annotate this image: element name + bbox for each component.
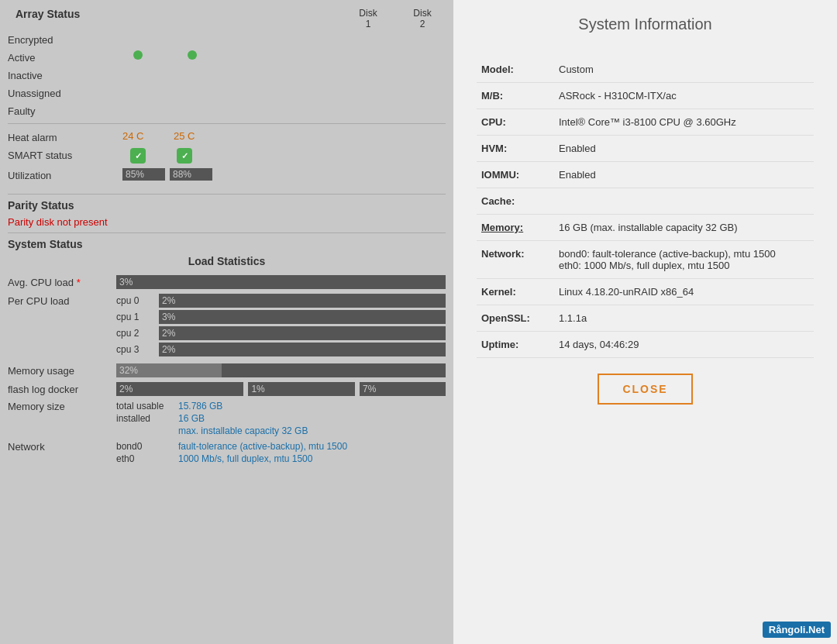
- cpu3-bar-row: cpu 3 2%: [116, 343, 446, 356]
- cpu0-bar-row: cpu 0 2%: [116, 294, 446, 308]
- encrypted-label: Encrypted: [8, 33, 116, 46]
- memory-installed-label: installed: [116, 413, 178, 424]
- array-status-title: Array Status: [16, 8, 80, 20]
- unassigned-label: Unassigned: [8, 86, 116, 99]
- network-info-row: Network: bond0: fault-tolerance (active-…: [477, 241, 814, 279]
- cpu2-bar-row: cpu 2 2%: [116, 326, 446, 340]
- per-cpu-label: Per CPU load: [8, 294, 116, 307]
- memory-max-row: max. installable capacity 32 GB: [116, 425, 446, 436]
- memory-installed-row: installed 16 GB: [116, 413, 446, 424]
- network-eth0-row: eth0 1000 Mb/s, full duplex, mtu 1500: [116, 453, 446, 464]
- memory-usage-value: 32%: [119, 365, 138, 376]
- cpu2-value: 2%: [162, 328, 175, 339]
- memory-installed-value: 16 GB: [178, 413, 205, 424]
- memory-size-values: total usable 15.786 GB installed 16 GB m…: [116, 401, 446, 438]
- system-status-section: System Status Load Statistics Avg. CPU l…: [0, 233, 453, 474]
- memory-total-row: total usable 15.786 GB: [116, 401, 446, 412]
- cpu-key: CPU:: [477, 109, 554, 136]
- disk2-header: Disk2: [407, 8, 438, 29]
- network-eth0-value: 1000 Mb/s, full duplex, mtu 1500: [178, 453, 312, 464]
- cache-val: [554, 188, 814, 215]
- memory-row: Memory: 16 GB (max. installable capacity…: [477, 215, 814, 241]
- openssl-row: OpenSSL: 1.1.1a: [477, 305, 814, 332]
- uptime-row: Uptime: 14 days, 04:46:29: [477, 332, 814, 358]
- cpu1-label: cpu 1: [116, 312, 159, 322]
- flash-log-docker-row: flash log docker 2% 1% 7%: [8, 382, 446, 396]
- mb-key: M/B:: [477, 83, 554, 109]
- cache-row: Cache:: [477, 188, 814, 215]
- memory-size-label: Memory size: [8, 401, 116, 412]
- cpu-row: CPU: Intel® Core™ i3-8100 CPU @ 3.60GHz: [477, 109, 814, 136]
- system-info-table: Model: Custom M/B: ASRock - H310CM-ITX/a…: [477, 57, 814, 358]
- memory-max-value: max. installable capacity 32 GB: [178, 425, 308, 436]
- cpu1-value: 3%: [162, 312, 175, 322]
- network-bond0-label: bond0: [116, 441, 178, 452]
- smart-disk1: ✓: [122, 148, 153, 164]
- inactive-label: Inactive: [8, 68, 116, 81]
- disk1-header: Disk1: [353, 8, 384, 29]
- hvm-row: HVM: Enabled: [477, 136, 814, 162]
- openssl-val: 1.1.1a: [554, 305, 814, 332]
- per-cpu-bars: cpu 0 2% cpu 1 3% cpu 2 2%: [116, 294, 446, 359]
- cache-key: Cache:: [477, 188, 554, 215]
- heat-disk1: 24 C: [122, 130, 163, 142]
- faulty-label: Faulty: [8, 104, 116, 117]
- uptime-key: Uptime:: [477, 332, 554, 358]
- memory-total-label: total usable: [116, 401, 178, 412]
- network-row: Network bond0 fault-tolerance (active-ba…: [8, 441, 446, 466]
- system-status-title: System Status: [8, 238, 446, 250]
- parity-title: Parity Status: [8, 199, 446, 212]
- system-info-modal: System Information Model: Custom M/B: AS…: [453, 0, 837, 644]
- hvm-key: HVM:: [477, 136, 554, 162]
- heat-disk2: 25 C: [174, 130, 214, 142]
- flash-log-docker-label: flash log docker: [8, 382, 116, 395]
- mb-row: M/B: ASRock - H310CM-ITX/ac: [477, 83, 814, 109]
- memory-usage-label: Memory usage: [8, 363, 116, 377]
- cpu3-label: cpu 3: [116, 344, 159, 355]
- cpu3-value: 2%: [162, 344, 175, 355]
- close-button[interactable]: CLOSE: [598, 374, 692, 405]
- mb-val: ASRock - H310CM-ITX/ac: [554, 83, 814, 109]
- network-info-val: bond0: fault-tolerance (active-backup), …: [554, 241, 814, 279]
- array-status-section: Array Status Disk1 Disk2 Encrypted Activ…: [0, 8, 453, 194]
- utilization-disk2: 88%: [170, 168, 212, 181]
- kernel-row: Kernel: Linux 4.18.20-unRAID x86_64: [477, 279, 814, 305]
- memory-max-label: [116, 425, 178, 436]
- cpu1-bar-row: cpu 1 3%: [116, 310, 446, 324]
- memory-size-row: Memory size total usable 15.786 GB insta…: [8, 401, 446, 438]
- watermark: Rångoli.Net: [763, 622, 831, 638]
- utilization-disk1: 85%: [122, 168, 165, 181]
- memory-usage-row: Memory usage 32%: [8, 363, 446, 377]
- cpu0-value: 2%: [162, 295, 175, 306]
- network-info-key: Network:: [477, 241, 554, 279]
- flash-log-docker-bars: 2% 1% 7%: [116, 382, 446, 396]
- kernel-key: Kernel:: [477, 279, 554, 305]
- uptime-val: 14 days, 04:46:29: [554, 332, 814, 358]
- smart-status-label: SMART status: [8, 148, 116, 161]
- parity-error: Parity disk not present: [8, 216, 446, 228]
- cpu2-label: cpu 2: [116, 328, 159, 339]
- network-values: bond0 fault-tolerance (active-backup), m…: [116, 441, 446, 466]
- model-row: Model: Custom: [477, 57, 814, 83]
- hvm-val: Enabled: [554, 136, 814, 162]
- openssl-key: OpenSSL:: [477, 305, 554, 332]
- avg-cpu-bars: 3%: [116, 275, 446, 289]
- log-value: 1%: [251, 384, 264, 394]
- per-cpu-row: Per CPU load cpu 0 2% cpu 1 3% cpu 2: [8, 294, 446, 359]
- modal-title: System Information: [477, 15, 814, 41]
- utilization-label: Utilization: [8, 168, 116, 181]
- network-bond0-value: fault-tolerance (active-backup), mtu 150…: [178, 441, 347, 452]
- close-button-wrap: CLOSE: [477, 374, 814, 405]
- model-key: Model:: [477, 57, 554, 83]
- avg-cpu-value: 3%: [119, 277, 133, 288]
- network-eth0-label: eth0: [116, 453, 178, 464]
- load-stats-title: Load Statistics: [8, 255, 446, 267]
- docker-value: 7%: [363, 384, 376, 394]
- memory-total-value: 15.786 GB: [178, 401, 222, 412]
- heat-alarm-label: Heat alarm: [8, 130, 116, 143]
- cpu0-label: cpu 0: [116, 295, 159, 306]
- iommu-key: IOMMU:: [477, 162, 554, 188]
- iommu-row: IOMMU: Enabled: [477, 162, 814, 188]
- memory-usage-bars: 32%: [116, 363, 446, 377]
- left-panel: Array Status Disk1 Disk2 Encrypted Activ…: [0, 0, 453, 644]
